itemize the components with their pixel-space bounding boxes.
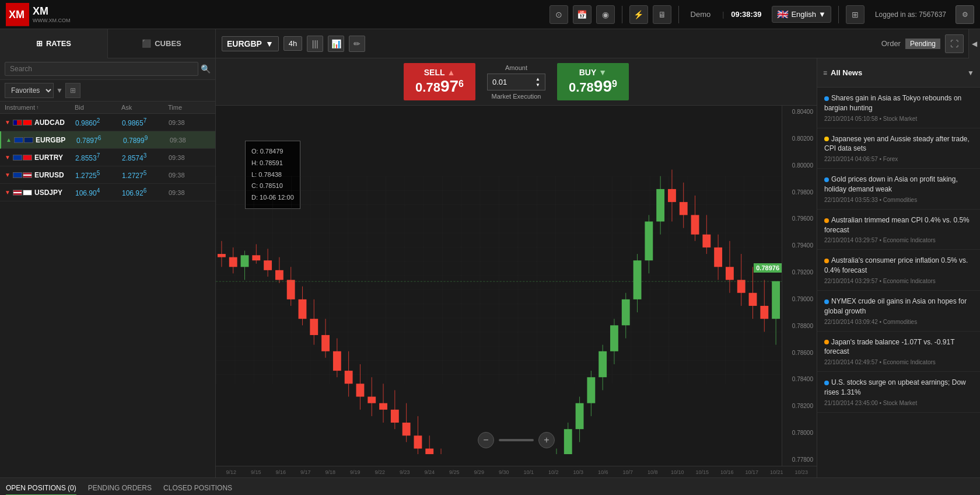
bottom-panel: OPEN POSITIONS (0)PENDING ORDERSCLOSED P…	[0, 477, 980, 495]
lightning-icon[interactable]: ⚡	[629, 5, 648, 24]
settings-button[interactable]: ⚙	[956, 5, 974, 24]
instrument-row[interactable]: ▼ USDJPY 106.904 106.926 09:38	[0, 184, 215, 201]
header-instrument: Instrument ↑	[5, 104, 75, 111]
demo-label: Demo	[691, 10, 711, 19]
svg-rect-6	[229, 257, 237, 267]
top-bar: XM XM WWW.XM.COM ⊙ 📅 ◉ ⚡ 🖥 Demo | 09:38:…	[0, 0, 980, 29]
exec-label: Market Execution	[492, 93, 541, 100]
feed-icon[interactable]: ⊙	[550, 5, 568, 24]
svg-rect-2	[216, 176, 782, 384]
time-tick: 9/17	[293, 469, 318, 475]
draw-icon[interactable]: ✏	[349, 36, 365, 52]
zoom-out-button[interactable]: −	[478, 432, 494, 448]
price-level: 0.80400	[783, 109, 816, 115]
pair-value: EURGBP	[227, 39, 262, 48]
time-tick: 9/23	[393, 469, 418, 475]
columns-icon[interactable]: ⊞	[846, 5, 864, 24]
monitor-icon[interactable]: 🖥	[653, 5, 671, 24]
timeframe-button[interactable]: 4h	[284, 36, 302, 51]
chart-type-icon[interactable]: |||	[307, 36, 323, 52]
time-tick: 9/12	[219, 469, 244, 475]
instrument-bid: 2.85537	[75, 152, 122, 162]
instrument-ask: 106.926	[122, 187, 169, 197]
calendar-icon[interactable]: 📅	[573, 5, 592, 24]
bottom-tab-1[interactable]: PENDING ORDERS	[88, 482, 152, 496]
news-list-icon: ≡	[823, 69, 827, 77]
fullscreen-button[interactable]: ⛶	[945, 34, 964, 53]
news-item-title: Australian trimmed mean CPI 0.4% vs. 0.5…	[824, 215, 973, 235]
dropdown-arrow: ▼	[818, 10, 826, 19]
rates-grid-icon: ⊞	[36, 39, 43, 48]
news-dot-icon	[824, 137, 829, 141]
bottom-tab-0[interactable]: OPEN POSITIONS (0)	[6, 482, 76, 496]
news-item-title: Gold prices down in Asia on profit takin…	[824, 175, 973, 194]
time-tick: 10/21	[764, 469, 789, 475]
instrument-row[interactable]: ▲ EURGBP 0.78976 0.78999 09:38	[0, 131, 215, 149]
grid-view-button[interactable]: ⊞	[65, 83, 80, 98]
news-item[interactable]: NYMEX crude oil gains in Asia on hopes f…	[817, 291, 980, 332]
time-tick: 9/30	[492, 469, 517, 475]
zoom-in-button[interactable]: +	[538, 432, 555, 448]
news-item-title: Japanese yen and Aussie steady after tra…	[824, 134, 973, 154]
settings-circle-icon[interactable]: ◉	[596, 5, 615, 24]
rates-label: RATES	[46, 39, 71, 48]
news-item[interactable]: Shares gain in Asia as Tokyo rebounds on…	[817, 88, 980, 128]
sell-button[interactable]: SELL ▲ 0.78976	[404, 63, 475, 100]
rates-tab[interactable]: ⊞ RATES	[0, 29, 108, 58]
favorites-selector[interactable]: Favorites	[5, 83, 54, 98]
sell-arrow-icon: ▲	[447, 68, 456, 77]
svg-rect-36	[402, 423, 411, 435]
price-level: 0.77800	[783, 456, 816, 463]
collapse-button[interactable]: ◀	[968, 29, 980, 58]
separator	[622, 6, 622, 23]
bar-chart-icon[interactable]: 📊	[328, 36, 344, 52]
news-item[interactable]: Australian trimmed mean CPI 0.4% vs. 0.5…	[817, 210, 980, 250]
cubes-tab[interactable]: ⬛ CUBES	[108, 29, 216, 58]
time-tick: 10/16	[715, 469, 740, 475]
bottom-tab-2[interactable]: CLOSED POSITIONS	[163, 482, 232, 496]
language-selector[interactable]: 🇬🇧 English ▼	[772, 6, 831, 23]
zoom-bar	[499, 439, 534, 441]
news-list: Shares gain in Asia as Tokyo rebounds on…	[817, 88, 980, 477]
amount-up-icon[interactable]: ▲	[536, 76, 540, 82]
buy-button[interactable]: BUY ▼ 0.78999	[557, 63, 629, 100]
pair-selector[interactable]: EURGBP ▼	[222, 36, 279, 51]
news-item[interactable]: Gold prices down in Asia on profit takin…	[817, 169, 980, 210]
news-item[interactable]: Japan's trade balance -1.07T vs. -0.91T …	[817, 332, 980, 372]
instrument-row[interactable]: ▼ EURTRY 2.85537 2.85743 09:38	[0, 149, 215, 166]
search-input[interactable]	[5, 62, 198, 76]
news-item[interactable]: U.S. stocks surge on upbeat earnings; Do…	[817, 372, 980, 413]
direction-arrow: ▼	[5, 154, 12, 161]
news-dot-icon	[824, 299, 829, 304]
sell-price-super: 6	[459, 79, 464, 89]
logo-icon: XM	[6, 3, 29, 26]
news-item[interactable]: Australia's consumer price inflation 0.5…	[817, 250, 980, 291]
amount-input[interactable]: 0.01 ▲ ▼	[487, 74, 545, 90]
svg-rect-12	[264, 260, 272, 270]
svg-rect-4	[218, 254, 226, 257]
instruments-header: Instrument ↑ Bid Ask Time	[0, 102, 215, 114]
logged-in-label: Logged in as: 7567637	[875, 11, 946, 19]
amount-spinners: ▲ ▼	[536, 76, 540, 88]
price-level: 0.79200	[783, 269, 816, 276]
instruments-list: ▼ AUDCAD 0.98602 0.98657 09:38 ▲ EURGBP …	[0, 114, 215, 201]
time-tick: 9/16	[268, 469, 293, 475]
amount-down-icon[interactable]: ▼	[536, 82, 540, 88]
price-level: 0.78200	[783, 403, 816, 409]
news-dropdown-icon[interactable]: ▼	[967, 69, 974, 77]
svg-rect-8	[241, 255, 249, 267]
pending-label[interactable]: Pending	[905, 39, 940, 49]
news-item[interactable]: Japanese yen and Aussie steady after tra…	[817, 128, 980, 169]
instrument-ask: 2.85743	[122, 152, 169, 162]
buy-price-main: 0.78	[569, 80, 594, 95]
instrument-row[interactable]: ▼ AUDCAD 0.98602 0.98657 09:38	[0, 114, 215, 131]
svg-rect-68	[587, 377, 595, 403]
instrument-time: 09:38	[169, 172, 195, 179]
svg-rect-88	[702, 235, 710, 248]
time-tick: 9/18	[318, 469, 343, 475]
time-tick: 10/1	[516, 469, 541, 475]
instrument-ask: 0.98657	[122, 117, 169, 127]
svg-rect-64	[564, 429, 572, 454]
instrument-row[interactable]: ▼ EURUSD 1.27255 1.27275 09:38	[0, 166, 215, 184]
current-price-tag: 0.78976	[754, 263, 782, 273]
